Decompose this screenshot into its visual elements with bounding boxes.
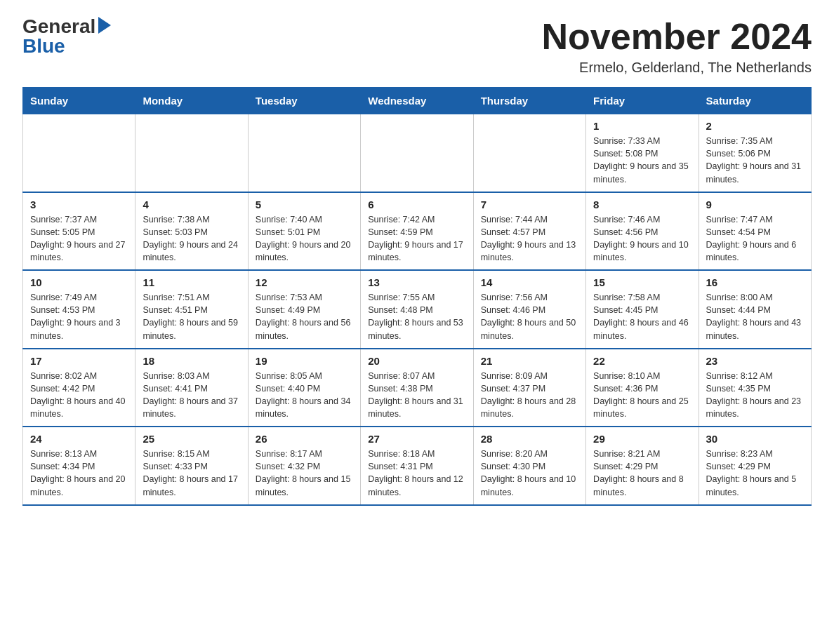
day-of-week-thursday: Thursday: [473, 88, 585, 114]
day-number: 6: [368, 199, 465, 210]
calendar-cell: 4Sunrise: 7:38 AMSunset: 5:03 PMDaylight…: [135, 192, 248, 271]
day-info: Sunrise: 8:07 AMSunset: 4:38 PMDaylight:…: [368, 370, 465, 421]
calendar-cell: 24Sunrise: 8:13 AMSunset: 4:34 PMDayligh…: [23, 427, 135, 505]
day-info: Sunrise: 8:23 AMSunset: 4:29 PMDaylight:…: [706, 448, 804, 499]
calendar-cell: 21Sunrise: 8:09 AMSunset: 4:37 PMDayligh…: [473, 349, 585, 427]
logo-general: General: [22, 17, 95, 36]
calendar-header: SundayMondayTuesdayWednesdayThursdayFrid…: [23, 88, 812, 114]
day-number: 18: [143, 355, 240, 367]
calendar-cell: 5Sunrise: 7:40 AMSunset: 5:01 PMDaylight…: [248, 192, 360, 271]
day-info: Sunrise: 7:38 AMSunset: 5:03 PMDaylight:…: [143, 213, 240, 264]
day-info: Sunrise: 8:05 AMSunset: 4:40 PMDaylight:…: [256, 370, 353, 421]
week-row-4: 17Sunrise: 8:02 AMSunset: 4:42 PMDayligh…: [23, 349, 812, 427]
day-info: Sunrise: 7:42 AMSunset: 4:59 PMDaylight:…: [368, 213, 465, 264]
day-info: Sunrise: 7:44 AMSunset: 4:57 PMDaylight:…: [481, 213, 578, 264]
calendar-body: 1Sunrise: 7:33 AMSunset: 5:08 PMDaylight…: [23, 114, 812, 505]
day-info: Sunrise: 7:51 AMSunset: 4:51 PMDaylight:…: [143, 291, 240, 342]
calendar-cell: 25Sunrise: 8:15 AMSunset: 4:33 PMDayligh…: [135, 427, 248, 505]
day-info: Sunrise: 8:13 AMSunset: 4:34 PMDaylight:…: [30, 448, 128, 499]
day-info: Sunrise: 8:21 AMSunset: 4:29 PMDaylight:…: [593, 448, 691, 499]
calendar-cell: 17Sunrise: 8:02 AMSunset: 4:42 PMDayligh…: [23, 349, 135, 427]
day-info: Sunrise: 7:35 AMSunset: 5:06 PMDaylight:…: [706, 135, 804, 186]
day-info: Sunrise: 8:17 AMSunset: 4:32 PMDaylight:…: [256, 448, 353, 499]
day-number: 23: [706, 355, 804, 367]
calendar-cell: 15Sunrise: 7:58 AMSunset: 4:45 PMDayligh…: [586, 270, 699, 349]
day-of-week-tuesday: Tuesday: [248, 88, 360, 114]
calendar-cell: 16Sunrise: 8:00 AMSunset: 4:44 PMDayligh…: [699, 270, 811, 349]
calendar: SundayMondayTuesdayWednesdayThursdayFrid…: [22, 87, 812, 506]
calendar-cell: 7Sunrise: 7:44 AMSunset: 4:57 PMDaylight…: [473, 192, 585, 271]
day-number: 30: [706, 433, 804, 445]
day-number: 24: [30, 433, 128, 445]
day-number: 7: [481, 199, 578, 210]
calendar-cell: 22Sunrise: 8:10 AMSunset: 4:36 PMDayligh…: [586, 349, 699, 427]
day-info: Sunrise: 8:10 AMSunset: 4:36 PMDaylight:…: [593, 370, 691, 421]
logo: General Blue: [22, 17, 111, 56]
calendar-cell: 27Sunrise: 8:18 AMSunset: 4:31 PMDayligh…: [361, 427, 473, 505]
day-of-week-friday: Friday: [586, 88, 699, 114]
calendar-cell: [248, 114, 360, 192]
day-number: 5: [256, 199, 353, 210]
day-number: 15: [593, 276, 691, 288]
day-info: Sunrise: 8:09 AMSunset: 4:37 PMDaylight:…: [481, 370, 578, 421]
calendar-cell: 8Sunrise: 7:46 AMSunset: 4:56 PMDaylight…: [586, 192, 699, 271]
day-info: Sunrise: 8:02 AMSunset: 4:42 PMDaylight:…: [30, 370, 128, 421]
calendar-cell: 12Sunrise: 7:53 AMSunset: 4:49 PMDayligh…: [248, 270, 360, 349]
calendar-cell: 6Sunrise: 7:42 AMSunset: 4:59 PMDaylight…: [361, 192, 473, 271]
day-of-week-monday: Monday: [135, 88, 248, 114]
day-info: Sunrise: 7:47 AMSunset: 4:54 PMDaylight:…: [706, 213, 804, 264]
calendar-cell: 19Sunrise: 8:05 AMSunset: 4:40 PMDayligh…: [248, 349, 360, 427]
day-of-week-wednesday: Wednesday: [361, 88, 473, 114]
day-number: 22: [593, 355, 691, 367]
day-info: Sunrise: 7:49 AMSunset: 4:53 PMDaylight:…: [30, 291, 128, 342]
day-info: Sunrise: 7:55 AMSunset: 4:48 PMDaylight:…: [368, 291, 465, 342]
title-section: November 2024 Ermelo, Gelderland, The Ne…: [542, 17, 812, 76]
calendar-cell: 20Sunrise: 8:07 AMSunset: 4:38 PMDayligh…: [361, 349, 473, 427]
calendar-cell: [361, 114, 473, 192]
day-number: 10: [30, 276, 128, 288]
day-info: Sunrise: 7:58 AMSunset: 4:45 PMDaylight:…: [593, 291, 691, 342]
day-number: 4: [143, 199, 240, 210]
calendar-cell: 18Sunrise: 8:03 AMSunset: 4:41 PMDayligh…: [135, 349, 248, 427]
day-number: 16: [706, 276, 804, 288]
day-info: Sunrise: 7:33 AMSunset: 5:08 PMDaylight:…: [593, 135, 691, 186]
calendar-cell: 1Sunrise: 7:33 AMSunset: 5:08 PMDaylight…: [586, 114, 699, 192]
day-number: 26: [256, 433, 353, 445]
day-info: Sunrise: 7:46 AMSunset: 4:56 PMDaylight:…: [593, 213, 691, 264]
calendar-cell: 11Sunrise: 7:51 AMSunset: 4:51 PMDayligh…: [135, 270, 248, 349]
day-number: 25: [143, 433, 240, 445]
day-number: 14: [481, 276, 578, 288]
day-info: Sunrise: 8:20 AMSunset: 4:30 PMDaylight:…: [481, 448, 578, 499]
day-info: Sunrise: 8:03 AMSunset: 4:41 PMDaylight:…: [143, 370, 240, 421]
calendar-cell: 29Sunrise: 8:21 AMSunset: 4:29 PMDayligh…: [586, 427, 699, 505]
day-number: 20: [368, 355, 465, 367]
calendar-cell: 9Sunrise: 7:47 AMSunset: 4:54 PMDaylight…: [699, 192, 811, 271]
calendar-cell: 10Sunrise: 7:49 AMSunset: 4:53 PMDayligh…: [23, 270, 135, 349]
day-number: 19: [256, 355, 353, 367]
calendar-cell: [23, 114, 135, 192]
day-info: Sunrise: 7:37 AMSunset: 5:05 PMDaylight:…: [30, 213, 128, 264]
logo-blue: Blue: [22, 36, 65, 56]
day-of-week-saturday: Saturday: [699, 88, 811, 114]
calendar-cell: [473, 114, 585, 192]
day-info: Sunrise: 7:40 AMSunset: 5:01 PMDaylight:…: [256, 213, 353, 264]
calendar-cell: 23Sunrise: 8:12 AMSunset: 4:35 PMDayligh…: [699, 349, 811, 427]
day-number: 8: [593, 199, 691, 210]
week-row-1: 1Sunrise: 7:33 AMSunset: 5:08 PMDaylight…: [23, 114, 812, 192]
day-info: Sunrise: 8:15 AMSunset: 4:33 PMDaylight:…: [143, 448, 240, 499]
day-of-week-sunday: Sunday: [23, 88, 135, 114]
week-row-2: 3Sunrise: 7:37 AMSunset: 5:05 PMDaylight…: [23, 192, 812, 271]
day-number: 29: [593, 433, 691, 445]
day-number: 17: [30, 355, 128, 367]
month-title: November 2024: [542, 17, 812, 57]
logo-arrow-icon: [98, 17, 111, 34]
page-header: General Blue November 2024 Ermelo, Gelde…: [22, 17, 812, 76]
calendar-cell: 13Sunrise: 7:55 AMSunset: 4:48 PMDayligh…: [361, 270, 473, 349]
day-number: 2: [706, 120, 804, 132]
calendar-cell: 3Sunrise: 7:37 AMSunset: 5:05 PMDaylight…: [23, 192, 135, 271]
calendar-cell: [135, 114, 248, 192]
day-number: 13: [368, 276, 465, 288]
calendar-cell: 26Sunrise: 8:17 AMSunset: 4:32 PMDayligh…: [248, 427, 360, 505]
calendar-cell: 28Sunrise: 8:20 AMSunset: 4:30 PMDayligh…: [473, 427, 585, 505]
location: Ermelo, Gelderland, The Netherlands: [542, 60, 812, 76]
